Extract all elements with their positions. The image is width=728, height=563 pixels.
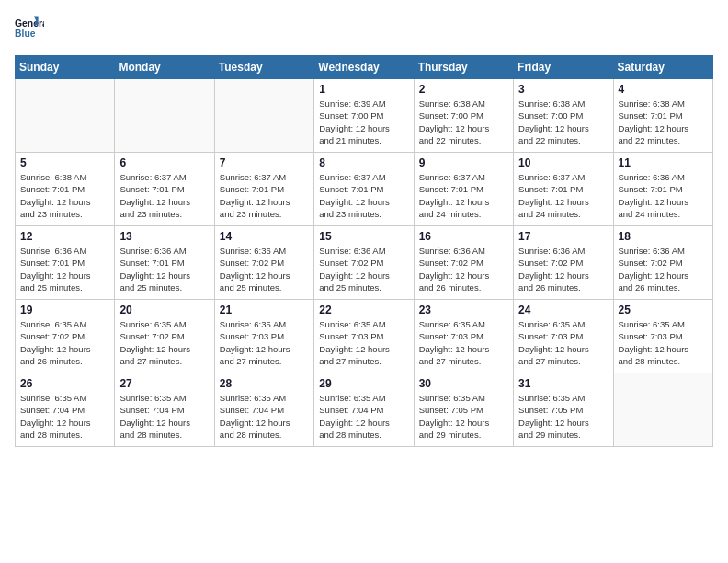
day-info: Sunrise: 6:36 AMSunset: 7:02 PMDaylight:… <box>220 245 309 293</box>
day-number: 30 <box>419 377 508 390</box>
day-info: Sunrise: 6:37 AMSunset: 7:01 PMDaylight:… <box>220 171 309 220</box>
calendar-cell: 29Sunrise: 6:35 AMSunset: 7:04 PMDayligh… <box>314 373 414 447</box>
day-number: 14 <box>220 230 309 243</box>
calendar-week-5: 26Sunrise: 6:35 AMSunset: 7:04 PMDayligh… <box>16 373 713 447</box>
day-info: Sunrise: 6:35 AMSunset: 7:04 PMDaylight:… <box>220 392 309 441</box>
day-number: 22 <box>319 304 408 316</box>
day-info: Sunrise: 6:37 AMSunset: 7:01 PMDaylight:… <box>419 171 508 220</box>
weekday-header-wednesday: Wednesday <box>314 56 414 79</box>
day-info: Sunrise: 6:35 AMSunset: 7:03 PMDaylight:… <box>518 318 608 367</box>
day-number: 12 <box>20 230 109 243</box>
logo-icon: GeneralBlue <box>15 15 44 44</box>
day-number: 15 <box>319 230 408 243</box>
day-info: Sunrise: 6:35 AMSunset: 7:05 PMDaylight:… <box>419 392 508 441</box>
weekday-header-saturday: Saturday <box>613 56 712 79</box>
day-info: Sunrise: 6:35 AMSunset: 7:05 PMDaylight:… <box>518 392 608 441</box>
day-number: 29 <box>319 377 408 390</box>
day-number: 26 <box>20 377 109 390</box>
logo: GeneralBlue <box>15 15 44 44</box>
calendar-cell: 13Sunrise: 6:36 AMSunset: 7:01 PMDayligh… <box>115 226 214 300</box>
day-number: 5 <box>20 156 109 169</box>
day-info: Sunrise: 6:35 AMSunset: 7:04 PMDaylight:… <box>20 392 109 441</box>
day-info: Sunrise: 6:38 AMSunset: 7:01 PMDaylight:… <box>20 171 109 220</box>
day-number: 1 <box>319 83 408 96</box>
day-number: 18 <box>619 230 708 243</box>
day-info: Sunrise: 6:37 AMSunset: 7:01 PMDaylight:… <box>319 171 408 220</box>
calendar-cell: 31Sunrise: 6:35 AMSunset: 7:05 PMDayligh… <box>514 373 613 447</box>
calendar-cell: 22Sunrise: 6:35 AMSunset: 7:03 PMDayligh… <box>314 300 414 373</box>
day-info: Sunrise: 6:38 AMSunset: 7:01 PMDaylight:… <box>619 98 708 146</box>
day-number: 2 <box>419 83 508 96</box>
day-number: 13 <box>119 230 209 243</box>
calendar-cell: 27Sunrise: 6:35 AMSunset: 7:04 PMDayligh… <box>115 373 214 447</box>
calendar-cell: 2Sunrise: 6:38 AMSunset: 7:00 PMDaylight… <box>414 79 513 153</box>
calendar-cell <box>613 373 712 447</box>
calendar-cell: 24Sunrise: 6:35 AMSunset: 7:03 PMDayligh… <box>514 300 613 373</box>
calendar-cell: 14Sunrise: 6:36 AMSunset: 7:02 PMDayligh… <box>214 226 313 300</box>
day-number: 11 <box>619 156 708 169</box>
day-info: Sunrise: 6:36 AMSunset: 7:02 PMDaylight:… <box>619 245 708 293</box>
day-number: 28 <box>220 377 309 390</box>
day-info: Sunrise: 6:35 AMSunset: 7:03 PMDaylight:… <box>619 318 708 367</box>
day-info: Sunrise: 6:35 AMSunset: 7:03 PMDaylight:… <box>319 318 408 367</box>
day-info: Sunrise: 6:38 AMSunset: 7:00 PMDaylight:… <box>419 98 508 146</box>
calendar-cell: 20Sunrise: 6:35 AMSunset: 7:02 PMDayligh… <box>115 300 214 373</box>
day-number: 17 <box>518 230 608 243</box>
day-info: Sunrise: 6:36 AMSunset: 7:02 PMDaylight:… <box>518 245 608 293</box>
calendar-cell: 23Sunrise: 6:35 AMSunset: 7:03 PMDayligh… <box>414 300 513 373</box>
svg-text:Blue: Blue <box>15 29 36 39</box>
calendar-cell: 18Sunrise: 6:36 AMSunset: 7:02 PMDayligh… <box>613 226 712 300</box>
calendar-cell: 21Sunrise: 6:35 AMSunset: 7:03 PMDayligh… <box>214 300 313 373</box>
weekday-header-friday: Friday <box>514 56 613 79</box>
calendar-cell <box>16 79 115 153</box>
day-info: Sunrise: 6:36 AMSunset: 7:01 PMDaylight:… <box>619 171 708 220</box>
day-info: Sunrise: 6:37 AMSunset: 7:01 PMDaylight:… <box>119 171 209 220</box>
weekday-header-row: SundayMondayTuesdayWednesdayThursdayFrid… <box>16 56 713 79</box>
day-info: Sunrise: 6:35 AMSunset: 7:04 PMDaylight:… <box>119 392 209 441</box>
page-header: GeneralBlue <box>15 15 713 44</box>
calendar-cell: 25Sunrise: 6:35 AMSunset: 7:03 PMDayligh… <box>613 300 712 373</box>
day-number: 7 <box>220 156 309 169</box>
day-number: 4 <box>619 83 708 96</box>
calendar-week-1: 1Sunrise: 6:39 AMSunset: 7:00 PMDaylight… <box>16 79 713 153</box>
day-info: Sunrise: 6:38 AMSunset: 7:00 PMDaylight:… <box>518 98 608 146</box>
calendar-cell: 12Sunrise: 6:36 AMSunset: 7:01 PMDayligh… <box>16 226 115 300</box>
calendar-cell: 17Sunrise: 6:36 AMSunset: 7:02 PMDayligh… <box>514 226 613 300</box>
calendar-cell: 9Sunrise: 6:37 AMSunset: 7:01 PMDaylight… <box>414 153 513 226</box>
weekday-header-sunday: Sunday <box>16 56 115 79</box>
calendar-cell: 6Sunrise: 6:37 AMSunset: 7:01 PMDaylight… <box>115 153 214 226</box>
calendar-week-3: 12Sunrise: 6:36 AMSunset: 7:01 PMDayligh… <box>16 226 713 300</box>
calendar-cell: 10Sunrise: 6:37 AMSunset: 7:01 PMDayligh… <box>514 153 613 226</box>
calendar-cell: 8Sunrise: 6:37 AMSunset: 7:01 PMDaylight… <box>314 153 414 226</box>
calendar-cell: 4Sunrise: 6:38 AMSunset: 7:01 PMDaylight… <box>613 79 712 153</box>
day-info: Sunrise: 6:36 AMSunset: 7:02 PMDaylight:… <box>419 245 508 293</box>
calendar-cell: 15Sunrise: 6:36 AMSunset: 7:02 PMDayligh… <box>314 226 414 300</box>
calendar-cell: 28Sunrise: 6:35 AMSunset: 7:04 PMDayligh… <box>214 373 313 447</box>
calendar-cell: 26Sunrise: 6:35 AMSunset: 7:04 PMDayligh… <box>16 373 115 447</box>
calendar-cell: 16Sunrise: 6:36 AMSunset: 7:02 PMDayligh… <box>414 226 513 300</box>
day-number: 27 <box>119 377 209 390</box>
day-info: Sunrise: 6:39 AMSunset: 7:00 PMDaylight:… <box>319 98 408 146</box>
day-number: 20 <box>119 304 209 316</box>
day-number: 21 <box>220 304 309 316</box>
calendar-week-4: 19Sunrise: 6:35 AMSunset: 7:02 PMDayligh… <box>16 300 713 373</box>
calendar-cell: 3Sunrise: 6:38 AMSunset: 7:00 PMDaylight… <box>514 79 613 153</box>
day-info: Sunrise: 6:35 AMSunset: 7:03 PMDaylight:… <box>220 318 309 367</box>
weekday-header-monday: Monday <box>115 56 214 79</box>
day-number: 23 <box>419 304 508 316</box>
day-info: Sunrise: 6:36 AMSunset: 7:01 PMDaylight:… <box>119 245 209 293</box>
weekday-header-thursday: Thursday <box>414 56 513 79</box>
day-info: Sunrise: 6:35 AMSunset: 7:03 PMDaylight:… <box>419 318 508 367</box>
day-number: 10 <box>518 156 608 169</box>
day-number: 9 <box>419 156 508 169</box>
day-info: Sunrise: 6:36 AMSunset: 7:01 PMDaylight:… <box>20 245 109 293</box>
calendar-cell: 19Sunrise: 6:35 AMSunset: 7:02 PMDayligh… <box>16 300 115 373</box>
calendar-cell: 1Sunrise: 6:39 AMSunset: 7:00 PMDaylight… <box>314 79 414 153</box>
svg-text:General: General <box>15 18 44 29</box>
day-number: 8 <box>319 156 408 169</box>
day-number: 25 <box>619 304 708 316</box>
calendar-cell: 5Sunrise: 6:38 AMSunset: 7:01 PMDaylight… <box>16 153 115 226</box>
calendar-week-2: 5Sunrise: 6:38 AMSunset: 7:01 PMDaylight… <box>16 153 713 226</box>
day-number: 31 <box>518 377 608 390</box>
day-info: Sunrise: 6:35 AMSunset: 7:04 PMDaylight:… <box>319 392 408 441</box>
